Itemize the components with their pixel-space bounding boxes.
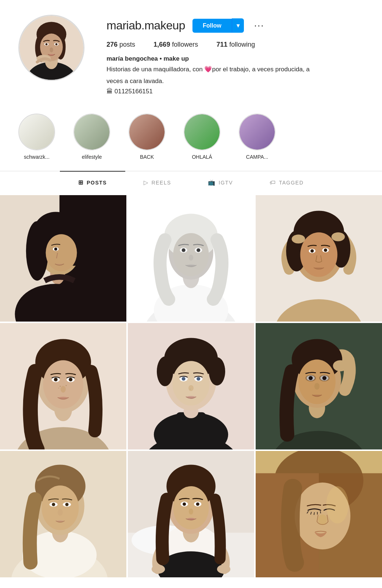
svg-point-126 [189, 509, 193, 514]
avatar-wrapper [18, 15, 84, 81]
highlight-circle-inner-4 [184, 114, 220, 150]
highlight-label-1: schwarzk... [24, 154, 50, 160]
tab-tagged[interactable]: 🏷TAGGED [251, 171, 322, 193]
highlight-item-5[interactable]: CAMPA... [239, 114, 275, 160]
highlight-circle-5 [239, 114, 275, 150]
svg-point-24 [46, 234, 77, 271]
profile-section: mariab.makeup Follow ▾ ··· 276 posts 1,6… [0, 0, 382, 103]
svg-point-58 [43, 360, 83, 409]
svg-point-26 [54, 248, 57, 251]
post-cell-5[interactable] [128, 323, 254, 449]
highlight-item-1[interactable]: schwarzk... [18, 114, 55, 160]
svg-point-35 [182, 248, 185, 252]
svg-point-65 [58, 388, 59, 388]
bio-text-line2: veces a cara lavada. [107, 76, 364, 86]
svg-point-78 [172, 361, 209, 405]
highlight-circle-inner-3 [129, 114, 165, 150]
followers-label: followers [172, 41, 198, 48]
svg-point-33 [173, 233, 209, 276]
highlight-circle-inner-1 [19, 114, 54, 150]
tab-igtv-label: IGTV [219, 180, 233, 186]
post-image-8 [128, 451, 254, 577]
svg-point-96 [319, 375, 329, 381]
svg-point-109 [65, 503, 69, 506]
post-image-9 [256, 451, 382, 577]
svg-point-62 [69, 378, 72, 381]
post-image-2 [128, 195, 254, 322]
svg-point-123 [183, 502, 186, 506]
post-cell-2[interactable] [128, 195, 254, 322]
svg-point-37 [197, 248, 200, 252]
tab-reels-icon: ▷ [144, 179, 149, 186]
posts-grid [0, 194, 382, 579]
highlight-item-3[interactable]: BACK [129, 114, 165, 160]
svg-point-125 [196, 502, 199, 506]
post-image-6 [256, 323, 382, 449]
post-image-1 [0, 195, 126, 322]
svg-point-82 [197, 377, 200, 381]
following-stat[interactable]: 711 following [216, 41, 255, 49]
svg-point-97 [314, 383, 320, 390]
post-cell-3[interactable] [256, 195, 382, 322]
bio-phone: 🏛 01125166151 [107, 88, 364, 95]
posts-stat[interactable]: 276 posts [107, 41, 135, 49]
svg-point-80 [182, 377, 185, 381]
follow-dropdown-button[interactable]: ▾ [232, 18, 244, 33]
avatar [18, 15, 84, 81]
svg-point-66 [61, 386, 66, 392]
phone-number: 01125166151 [115, 88, 153, 95]
svg-point-98 [333, 360, 347, 371]
posts-count: 276 [107, 41, 118, 48]
highlight-label-5: CAMPA... [246, 154, 268, 160]
more-options-button[interactable]: ··· [251, 18, 267, 33]
highlight-label-2: elifestyle [82, 154, 102, 160]
svg-point-136 [326, 486, 349, 523]
post-cell-9[interactable] [256, 451, 382, 577]
post-cell-8[interactable] [128, 451, 254, 577]
post-cell-1[interactable] [0, 195, 126, 322]
highlight-item-4[interactable]: OHLALÁ [184, 114, 220, 160]
svg-point-116 [152, 565, 165, 574]
svg-point-38 [189, 255, 193, 261]
tab-reels[interactable]: ▷REELS [125, 171, 190, 193]
svg-point-46 [300, 232, 337, 277]
avatar-image [19, 16, 83, 80]
followers-count: 1,669 [154, 41, 170, 48]
svg-point-50 [324, 248, 327, 252]
highlight-circle-inner-2 [74, 114, 109, 150]
profile-top-row: mariab.makeup Follow ▾ ··· [107, 18, 364, 33]
bio-name: maría bengochea • make up [107, 55, 364, 62]
tab-tagged-label: TAGGED [279, 180, 303, 186]
svg-point-48 [310, 249, 314, 252]
post-image-4 [0, 323, 126, 449]
bottom-spacer [0, 579, 382, 588]
followers-stat[interactable]: 1,669 followers [154, 41, 198, 49]
highlight-item-2[interactable]: elifestyle [73, 114, 110, 160]
tab-tagged-icon: 🏷 [270, 179, 276, 186]
follow-button-group: Follow ▾ [192, 18, 244, 33]
svg-point-11 [46, 43, 48, 45]
tab-reels-label: REELS [151, 180, 171, 186]
username: mariab.makeup [107, 19, 185, 32]
highlight-circle-1 [18, 114, 55, 150]
post-cell-7[interactable] [0, 451, 126, 577]
post-image-3 [256, 195, 382, 322]
phone-icon: 🏛 [107, 88, 113, 95]
svg-point-110 [58, 509, 63, 516]
tab-posts[interactable]: ⊞POSTS [60, 171, 125, 193]
highlight-circle-4 [184, 114, 220, 150]
post-cell-4[interactable] [0, 323, 126, 449]
tab-posts-icon: ⊞ [78, 179, 84, 186]
follow-button[interactable]: Follow [192, 19, 232, 33]
post-image-5 [128, 323, 254, 449]
svg-point-60 [54, 378, 58, 381]
post-cell-6[interactable] [256, 323, 382, 449]
svg-point-84 [188, 385, 194, 391]
svg-point-105 [42, 485, 79, 530]
svg-point-13 [50, 47, 53, 53]
tab-igtv[interactable]: 📺IGTV [190, 171, 251, 193]
tab-igtv-icon: 📺 [208, 179, 216, 186]
tab-posts-label: POSTS [87, 180, 107, 186]
highlights-section: schwarzk...elifestyleBACKOHLALÁCAMPA... [0, 103, 382, 167]
svg-point-117 [217, 565, 230, 574]
